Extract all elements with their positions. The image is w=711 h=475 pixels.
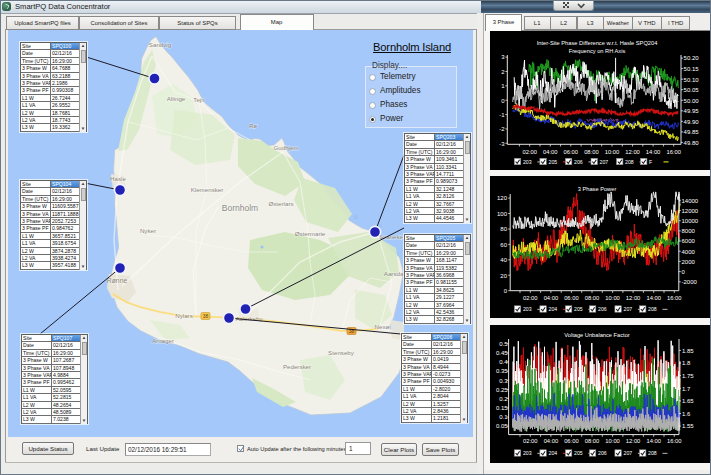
svg-text:8000: 8000 bbox=[682, 228, 696, 234]
svg-text:06:00: 06:00 bbox=[564, 149, 579, 155]
svg-text:208: 208 bbox=[648, 306, 657, 312]
svg-text:Bornholm: Bornholm bbox=[222, 203, 258, 213]
svg-text:Rø: Rø bbox=[249, 123, 257, 129]
svg-text:08:00: 08:00 bbox=[585, 438, 600, 444]
svg-text:Inter-Site Phase Difference w.: Inter-Site Phase Difference w.r.t. Hasle… bbox=[537, 40, 658, 46]
svg-text:0.25: 0.25 bbox=[496, 387, 508, 393]
svg-text:60: 60 bbox=[500, 242, 507, 248]
svg-text:205: 205 bbox=[549, 159, 558, 165]
svg-text:6000: 6000 bbox=[682, 238, 696, 244]
svg-text:Nylars: Nylars bbox=[175, 312, 193, 319]
svg-text:40: 40 bbox=[500, 257, 507, 263]
svg-text:1.85: 1.85 bbox=[682, 348, 694, 354]
svg-text:206: 206 bbox=[598, 306, 607, 312]
svg-text:Voltage Unbalance Factor: Voltage Unbalance Factor bbox=[564, 332, 630, 338]
svg-text:02:00: 02:00 bbox=[523, 438, 538, 444]
svg-text:49.85: 49.85 bbox=[684, 129, 700, 135]
svg-text:0.15: 0.15 bbox=[496, 405, 508, 411]
svg-text:3 Phase Power: 3 Phase Power bbox=[578, 186, 617, 192]
svg-text:02:00: 02:00 bbox=[523, 295, 538, 301]
svg-text:-1: -1 bbox=[499, 112, 505, 118]
svg-text:205: 205 bbox=[574, 306, 583, 312]
svg-text:203: 203 bbox=[523, 159, 532, 165]
svg-text:04:00: 04:00 bbox=[544, 438, 559, 444]
svg-text:08:00: 08:00 bbox=[585, 295, 600, 301]
svg-text:Klemensker: Klemensker bbox=[191, 186, 224, 193]
svg-text:10:00: 10:00 bbox=[605, 295, 620, 301]
svg-text:10:00: 10:00 bbox=[605, 149, 620, 155]
svg-text:Gudhjem: Gudhjem bbox=[273, 144, 298, 151]
svg-text:12:00: 12:00 bbox=[625, 149, 640, 155]
svg-text:-3: -3 bbox=[499, 141, 505, 147]
svg-text:1.65: 1.65 bbox=[682, 398, 694, 404]
svg-text:50.05: 50.05 bbox=[684, 87, 700, 93]
svg-text:206: 206 bbox=[598, 450, 607, 456]
svg-text:06:00: 06:00 bbox=[564, 438, 579, 444]
svg-text:Allinge: Allinge bbox=[167, 95, 186, 102]
svg-text:1.75: 1.75 bbox=[682, 373, 694, 379]
svg-text:49.80: 49.80 bbox=[684, 140, 700, 146]
svg-text:1.8: 1.8 bbox=[682, 360, 691, 366]
svg-text:06:00: 06:00 bbox=[564, 295, 579, 301]
svg-text:205: 205 bbox=[574, 450, 583, 456]
svg-text:12:00: 12:00 bbox=[626, 438, 641, 444]
svg-text:206: 206 bbox=[574, 159, 583, 165]
svg-text:50.20: 50.20 bbox=[684, 55, 700, 61]
svg-text:80: 80 bbox=[500, 226, 507, 232]
svg-text:100: 100 bbox=[497, 211, 508, 217]
svg-text:207: 207 bbox=[624, 450, 633, 456]
svg-text:12:00: 12:00 bbox=[626, 295, 641, 301]
svg-text:F: F bbox=[649, 159, 652, 165]
svg-text:4000: 4000 bbox=[682, 249, 696, 255]
svg-text:14:00: 14:00 bbox=[646, 438, 661, 444]
svg-text:208: 208 bbox=[648, 450, 657, 456]
svg-text:14:00: 14:00 bbox=[646, 149, 661, 155]
svg-text:-2: -2 bbox=[499, 126, 505, 132]
svg-text:1.55: 1.55 bbox=[682, 423, 694, 429]
svg-text:120: 120 bbox=[497, 195, 508, 201]
svg-text:Østermarie: Østermarie bbox=[295, 230, 326, 237]
svg-text:08:00: 08:00 bbox=[584, 149, 599, 155]
svg-text:16:00: 16:00 bbox=[667, 295, 682, 301]
svg-text:12000: 12000 bbox=[682, 208, 699, 214]
svg-text:10:00: 10:00 bbox=[605, 438, 620, 444]
svg-text:14000: 14000 bbox=[682, 198, 699, 204]
svg-text:50.15: 50.15 bbox=[684, 66, 700, 72]
svg-text:204: 204 bbox=[549, 450, 558, 456]
svg-text:1.6: 1.6 bbox=[682, 411, 691, 417]
svg-text:0.05: 0.05 bbox=[496, 423, 508, 429]
svg-text:Hasle: Hasle bbox=[110, 175, 126, 182]
svg-text:Rønne: Rønne bbox=[107, 277, 128, 284]
svg-text:2000: 2000 bbox=[682, 259, 696, 265]
svg-text:Sandvig: Sandvig bbox=[149, 41, 172, 48]
svg-text:Frequency on RH Axis: Frequency on RH Axis bbox=[569, 48, 626, 54]
svg-text:203: 203 bbox=[523, 450, 532, 456]
svg-text:207: 207 bbox=[624, 306, 633, 312]
svg-text:49.90: 49.90 bbox=[684, 119, 700, 125]
svg-text:Østerlars: Østerlars bbox=[268, 200, 293, 207]
svg-text:1.7: 1.7 bbox=[682, 386, 691, 392]
svg-text:Nexø: Nexø bbox=[375, 323, 390, 330]
svg-text:Nyker: Nyker bbox=[140, 227, 156, 234]
svg-text:04:00: 04:00 bbox=[543, 149, 558, 155]
svg-text:Tejn: Tejn bbox=[193, 96, 205, 103]
svg-text:207: 207 bbox=[600, 159, 609, 165]
svg-text:10000: 10000 bbox=[682, 218, 699, 224]
svg-text:-2000: -2000 bbox=[682, 279, 698, 285]
svg-text:204: 204 bbox=[549, 306, 558, 312]
svg-text:04:00: 04:00 bbox=[544, 295, 559, 301]
svg-text:49.95: 49.95 bbox=[684, 108, 700, 114]
svg-text:0.45: 0.45 bbox=[496, 350, 508, 356]
svg-text:Pedersker: Pedersker bbox=[283, 363, 311, 370]
svg-text:50.10: 50.10 bbox=[684, 77, 700, 83]
svg-text:50.00: 50.00 bbox=[684, 98, 700, 104]
svg-text:16:00: 16:00 bbox=[666, 149, 681, 155]
svg-text:Arnager: Arnager bbox=[152, 337, 174, 344]
svg-text:16:00: 16:00 bbox=[667, 438, 682, 444]
svg-text:38: 38 bbox=[203, 313, 209, 319]
svg-text:Stenseby: Stenseby bbox=[328, 349, 355, 356]
svg-text:14:00: 14:00 bbox=[646, 295, 661, 301]
svg-text:203: 203 bbox=[523, 306, 532, 312]
svg-text:20: 20 bbox=[500, 273, 507, 279]
svg-text:208: 208 bbox=[625, 159, 634, 165]
